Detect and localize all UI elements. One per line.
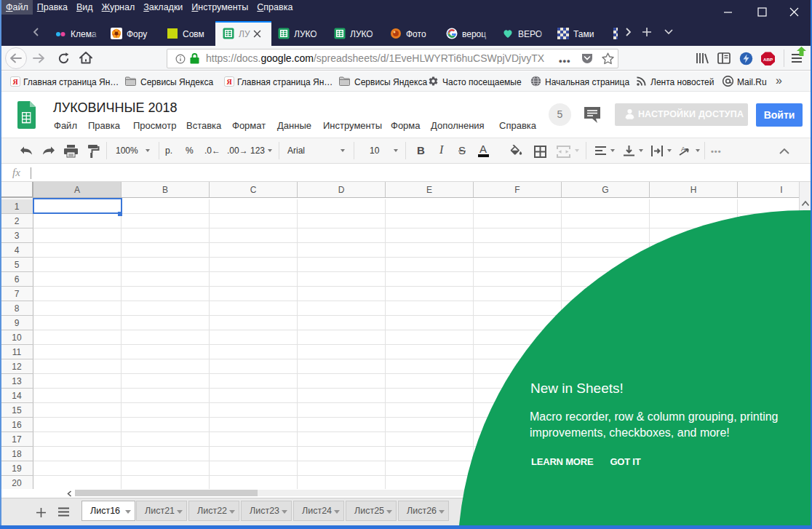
svg-text:Я: Я — [226, 78, 232, 86]
svg-text:ABP: ABP — [763, 57, 773, 62]
svg-text:Я: Я — [12, 78, 18, 86]
